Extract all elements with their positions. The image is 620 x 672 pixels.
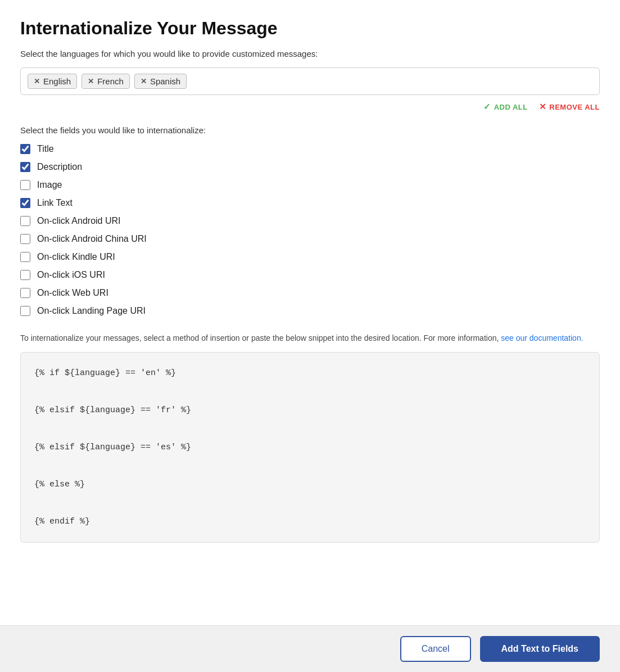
code-line — [34, 382, 586, 401]
checkbox-list: TitleDescriptionImageLink TextOn-click A… — [20, 144, 600, 316]
checkbox-0[interactable] — [20, 144, 30, 154]
checkbox-label-3: Link Text — [37, 198, 73, 208]
code-line — [34, 494, 586, 512]
main-container: Internationalize Your Message Select the… — [0, 0, 620, 610]
checkbox-label-4: On-click Android URI — [37, 216, 121, 226]
add-text-to-fields-button[interactable]: Add Text to Fields — [480, 636, 600, 662]
code-block: {% if ${language} == 'en' %} {% elsif ${… — [20, 352, 600, 543]
chip-label-en: English — [43, 76, 71, 86]
checkbox-item-8[interactable]: On-click Web URI — [20, 288, 600, 298]
code-line: {% elsif ${language} == 'es' %} — [34, 438, 586, 457]
checkbox-label-0: Title — [37, 144, 54, 154]
chip-remove-fr[interactable]: ✕ — [88, 77, 94, 85]
language-chip-en[interactable]: ✕English — [28, 74, 77, 89]
checkbox-label-2: Image — [37, 180, 62, 190]
checkbox-item-0[interactable]: Title — [20, 144, 600, 154]
chip-label-es: Spanish — [150, 76, 180, 86]
checkbox-item-4[interactable]: On-click Android URI — [20, 216, 600, 226]
info-text-before-link: To internationalize your messages, selec… — [20, 333, 499, 342]
checkbox-item-6[interactable]: On-click Kindle URI — [20, 252, 600, 262]
chip-label-fr: French — [97, 76, 124, 86]
page-title: Internationalize Your Message — [20, 18, 600, 39]
fields-section-label: Select the fields you would like to inte… — [20, 125, 600, 135]
subtitle: Select the languages for which you would… — [20, 49, 600, 58]
checkbox-3[interactable] — [20, 198, 30, 208]
language-chips-container: ✕English✕French✕Spanish — [20, 67, 600, 95]
code-line: {% else %} — [34, 475, 586, 494]
checkbox-item-9[interactable]: On-click Landing Page URI — [20, 306, 600, 316]
code-line — [34, 420, 586, 438]
cancel-button[interactable]: Cancel — [400, 636, 471, 662]
add-all-label: ADD ALL — [494, 103, 528, 111]
info-text: To internationalize your messages, selec… — [20, 332, 600, 344]
footer: Cancel Add Text to Fields — [0, 625, 620, 672]
checkbox-label-9: On-click Landing Page URI — [37, 306, 146, 316]
action-row: ✓ ADD ALL ✕ REMOVE ALL — [20, 102, 600, 112]
remove-all-button[interactable]: ✕ REMOVE ALL — [539, 102, 600, 112]
checkbox-label-5: On-click Android China URI — [37, 234, 147, 244]
checkbox-1[interactable] — [20, 162, 30, 172]
checkbox-item-5[interactable]: On-click Android China URI — [20, 234, 600, 244]
checkbox-label-1: Description — [37, 162, 82, 172]
add-all-button[interactable]: ✓ ADD ALL — [483, 102, 528, 112]
code-line: {% endif %} — [34, 512, 586, 531]
code-line: {% elsif ${language} == 'fr' %} — [34, 401, 586, 420]
remove-all-label: REMOVE ALL — [549, 103, 600, 111]
chip-remove-en[interactable]: ✕ — [34, 77, 40, 85]
code-line — [34, 457, 586, 475]
checkbox-2[interactable] — [20, 180, 30, 190]
x-icon: ✕ — [539, 102, 547, 112]
checkbox-item-3[interactable]: Link Text — [20, 198, 600, 208]
chip-remove-es[interactable]: ✕ — [141, 77, 147, 85]
language-chip-fr[interactable]: ✕French — [82, 74, 130, 89]
check-icon: ✓ — [483, 102, 491, 112]
checkbox-item-7[interactable]: On-click iOS URI — [20, 270, 600, 280]
code-line: {% if ${language} == 'en' %} — [34, 364, 586, 382]
checkbox-4[interactable] — [20, 216, 30, 226]
checkbox-item-2[interactable]: Image — [20, 180, 600, 190]
checkbox-7[interactable] — [20, 270, 30, 280]
checkbox-8[interactable] — [20, 288, 30, 298]
checkbox-label-6: On-click Kindle URI — [37, 252, 115, 262]
checkbox-label-8: On-click Web URI — [37, 288, 108, 298]
checkbox-9[interactable] — [20, 306, 30, 316]
checkbox-6[interactable] — [20, 252, 30, 262]
doc-link[interactable]: see our documentation. — [501, 333, 583, 342]
language-chip-es[interactable]: ✕Spanish — [134, 74, 187, 89]
checkbox-item-1[interactable]: Description — [20, 162, 600, 172]
checkbox-label-7: On-click iOS URI — [37, 270, 105, 280]
checkbox-5[interactable] — [20, 234, 30, 244]
